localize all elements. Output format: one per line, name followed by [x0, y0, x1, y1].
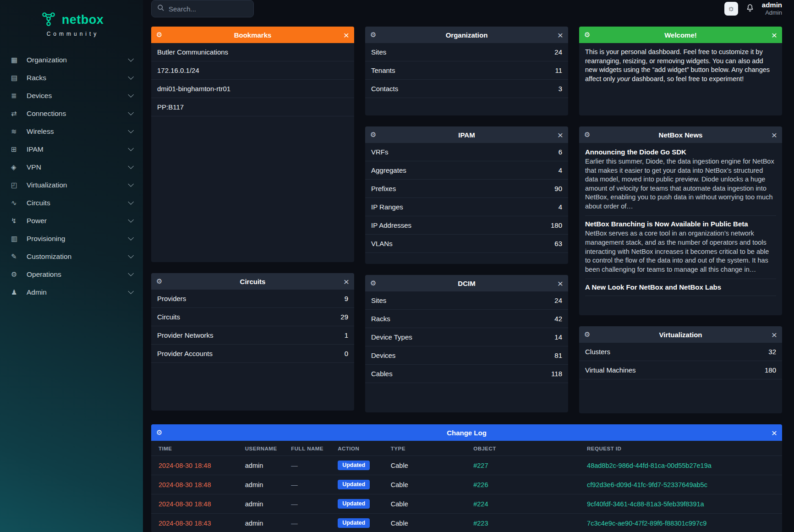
changelog-time-link[interactable]: 2024-08-30 18:48 [159, 481, 211, 488]
gear-icon[interactable]: ⚙ [156, 31, 162, 39]
stat-row[interactable]: Racks42 [365, 310, 568, 328]
stat-label: Providers [157, 295, 186, 302]
close-icon[interactable]: × [558, 30, 563, 40]
close-icon[interactable]: × [344, 277, 349, 286]
changelog-object-link[interactable]: #226 [473, 481, 488, 488]
stat-row[interactable]: Device Types14 [365, 328, 568, 346]
close-icon[interactable]: × [772, 130, 777, 140]
stat-row[interactable]: VLANs63 [365, 235, 568, 253]
close-icon[interactable]: × [558, 279, 563, 288]
user-role: Admin [762, 9, 782, 16]
changelog-type: Cable [385, 514, 468, 532]
sidebar-item-organization[interactable]: ▦ Organization [0, 51, 143, 69]
sidebar-item-provisioning[interactable]: ▥ Provisioning [0, 230, 143, 247]
changelog-fullname: — [285, 514, 332, 532]
bookmark-item[interactable]: dmi01-binghamton-rtr01 [151, 80, 354, 98]
stat-row[interactable]: Provider Networks1 [151, 326, 354, 345]
stat-row[interactable]: IP Addresses180 [365, 216, 568, 235]
search-box[interactable] [151, 0, 254, 17]
stat-row[interactable]: Cables118 [365, 365, 568, 383]
stat-row[interactable]: Devices81 [365, 346, 568, 365]
racks-icon: ▤ [11, 74, 23, 82]
stat-row[interactable]: Sites24 [365, 291, 568, 310]
topbar: ☼ admin Admin [143, 0, 794, 17]
stat-row[interactable]: Providers9 [151, 290, 354, 308]
changelog-time-link[interactable]: 2024-08-30 18:48 [159, 462, 211, 469]
stat-row[interactable]: Clusters32 [579, 343, 782, 361]
notifications-button[interactable] [745, 3, 755, 14]
sidebar-item-racks[interactable]: ▤ Racks [0, 69, 143, 87]
stat-label: Tenants [371, 66, 395, 74]
close-icon[interactable]: × [558, 130, 563, 140]
bookmark-item[interactable]: PP:B117 [151, 98, 354, 116]
gear-icon[interactable]: ⚙ [584, 131, 590, 139]
news-article-title[interactable]: NetBox Branching is Now Available in Pub… [585, 220, 776, 228]
stat-row[interactable]: Circuits29 [151, 308, 354, 326]
chevron-down-icon [128, 217, 134, 223]
news-article-title[interactable]: Announcing the Diode Go SDK [585, 148, 776, 156]
close-icon[interactable]: × [772, 330, 777, 340]
theme-toggle-button[interactable]: ☼ [724, 2, 738, 16]
sidebar-item-admin[interactable]: ♟ Admin [0, 283, 143, 301]
stat-row[interactable]: IP Ranges4 [365, 198, 568, 216]
stat-row[interactable]: VRFs6 [365, 143, 568, 161]
stat-row[interactable]: Aggregates4 [365, 161, 568, 180]
stat-row[interactable]: Prefixes90 [365, 180, 568, 198]
gear-icon[interactable]: ⚙ [584, 31, 590, 39]
user-menu[interactable]: admin Admin [762, 1, 782, 16]
gear-icon[interactable]: ⚙ [156, 428, 162, 437]
gear-icon[interactable]: ⚙ [370, 31, 376, 39]
stat-label: IP Ranges [371, 203, 403, 211]
sidebar-item-vpn[interactable]: ◈ VPN [0, 158, 143, 176]
news-article-title[interactable]: A New Look For NetBox and NetBox Labs [585, 283, 776, 291]
sidebar-item-virtualization[interactable]: ◰ Virtualization [0, 176, 143, 194]
search-input[interactable] [169, 5, 248, 13]
sidebar-item-ipam[interactable]: ⊞ IPAM [0, 140, 143, 158]
stat-row[interactable]: Contacts3 [365, 80, 568, 98]
stat-row[interactable]: Sites24 [365, 43, 568, 61]
stat-value: 11 [555, 66, 562, 74]
sidebar-item-label: Provisioning [27, 235, 65, 243]
wireless-icon: ≋ [11, 127, 23, 136]
changelog-object-link[interactable]: #224 [473, 500, 488, 508]
changelog-requestid-link[interactable]: 7c3c4e9c-ae90-47f2-89f6-f88301c997c9 [587, 520, 706, 527]
stat-label: Prefixes [371, 185, 396, 192]
sidebar-item-devices[interactable]: ≣ Devices [0, 87, 143, 104]
widget-dcim: ⚙ DCIM × Sites24 Racks42 Device Types14 … [365, 275, 568, 412]
chevron-down-icon [128, 163, 134, 169]
widget-ipam: ⚙ IPAM × VRFs6 Aggregates4 Prefixes90 IP… [365, 126, 568, 264]
sidebar-item-operations[interactable]: ⚙ Operations [0, 265, 143, 283]
action-badge: Updated [338, 499, 370, 509]
news-article: Announcing the Diode Go SDK Earlier this… [585, 144, 776, 216]
changelog-row: 2024-08-30 18:48 admin — Updated Cable #… [151, 494, 782, 514]
chevron-down-icon [128, 181, 134, 187]
close-icon[interactable]: × [772, 30, 777, 40]
stat-row[interactable]: Provider Accounts0 [151, 345, 354, 363]
gear-icon[interactable]: ⚙ [370, 279, 376, 287]
sidebar-item-customization[interactable]: ✎ Customization [0, 247, 143, 265]
stat-row[interactable]: Tenants11 [365, 61, 568, 80]
brand[interactable]: netbox Community [0, 7, 143, 51]
bookmark-item[interactable]: Butler Communications [151, 43, 354, 61]
changelog-requestid-link[interactable]: 48ad8b2c-986d-44fd-81ca-00d55b27e19a [587, 462, 712, 469]
bookmark-item[interactable]: 172.16.0.1/24 [151, 61, 354, 80]
gear-icon[interactable]: ⚙ [156, 277, 162, 285]
gear-icon[interactable]: ⚙ [370, 131, 376, 139]
search-icon [157, 4, 164, 13]
changelog-object-link[interactable]: #223 [473, 520, 488, 527]
changelog-requestid-link[interactable]: cf92d3e6-d09d-41fc-9fd7-52337649ab5c [587, 481, 707, 488]
gear-icon[interactable]: ⚙ [584, 330, 590, 339]
close-icon[interactable]: × [344, 30, 349, 40]
changelog-time-link[interactable]: 2024-08-30 18:48 [159, 500, 211, 508]
sidebar-item-wireless[interactable]: ≋ Wireless [0, 122, 143, 140]
column-header-time: TIME [151, 441, 240, 456]
changelog-object-link[interactable]: #227 [473, 462, 488, 469]
changelog-time-link[interactable]: 2024-08-30 18:43 [159, 520, 211, 527]
sidebar-item-connections[interactable]: ⇄ Connections [0, 104, 143, 122]
changelog-requestid-link[interactable]: 9cf40fdf-3461-4c88-81a3-5feb39f8391a [587, 500, 704, 508]
sidebar-item-circuits[interactable]: ∿ Circuits [0, 194, 143, 212]
sidebar-item-power[interactable]: ↯ Power [0, 212, 143, 230]
bookmark-label: dmi01-binghamton-rtr01 [157, 85, 230, 93]
close-icon[interactable]: × [772, 428, 777, 438]
stat-row[interactable]: Virtual Machines180 [579, 361, 782, 379]
